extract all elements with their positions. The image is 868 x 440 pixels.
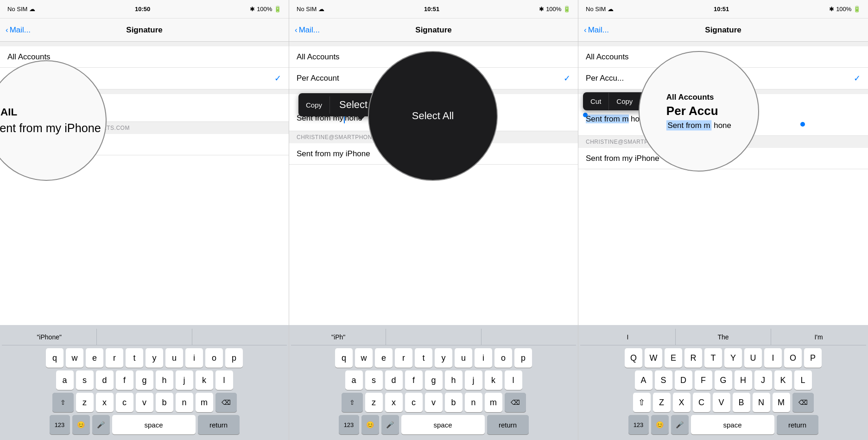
key-L-3[interactable]: L xyxy=(794,370,812,390)
ctx-cut-btn-3[interactable]: Cut xyxy=(583,93,609,110)
key-z-1[interactable]: z xyxy=(76,393,94,412)
key-z-2[interactable]: z xyxy=(365,393,383,412)
key-t-1[interactable]: t xyxy=(126,348,143,368)
ctx-copy-btn-2[interactable]: Copy xyxy=(298,96,330,114)
key-S-3[interactable]: S xyxy=(655,370,672,390)
key-q-2[interactable]: q xyxy=(335,348,353,368)
key-q-1[interactable]: q xyxy=(46,348,63,368)
key-shift-2[interactable]: ⇧ xyxy=(342,393,363,412)
key-mic-1[interactable]: 🎤 xyxy=(92,415,110,434)
key-x-2[interactable]: x xyxy=(385,393,403,412)
key-123-3[interactable]: 123 xyxy=(628,415,649,434)
key-n-1[interactable]: n xyxy=(176,393,193,412)
key-s-2[interactable]: s xyxy=(365,370,383,390)
key-c-2[interactable]: c xyxy=(405,393,423,412)
key-m-1[interactable]: m xyxy=(196,393,213,412)
key-p-1[interactable]: p xyxy=(225,348,243,368)
key-g-2[interactable]: g xyxy=(425,370,443,390)
key-J-3[interactable]: J xyxy=(754,370,772,390)
suggestion-2a[interactable]: "iPh" xyxy=(291,329,386,345)
key-v-2[interactable]: v xyxy=(425,393,443,412)
key-e-1[interactable]: e xyxy=(86,348,103,368)
key-W-3[interactable]: W xyxy=(645,348,662,368)
key-i-1[interactable]: i xyxy=(185,348,203,368)
suggestion-3c[interactable]: I'm xyxy=(771,329,866,345)
key-Z-3[interactable]: Z xyxy=(653,393,671,412)
key-Q-3[interactable]: Q xyxy=(625,348,642,368)
key-mic-2[interactable]: 🎤 xyxy=(381,415,399,434)
key-k-1[interactable]: k xyxy=(196,370,213,390)
back-button-1[interactable]: ‹ Mail... xyxy=(6,26,31,35)
key-F-3[interactable]: F xyxy=(695,370,712,390)
key-w-1[interactable]: w xyxy=(66,348,83,368)
key-H-3[interactable]: H xyxy=(735,370,752,390)
suggestion-2c[interactable] xyxy=(482,329,576,345)
key-K-3[interactable]: K xyxy=(774,370,792,390)
key-t-2[interactable]: t xyxy=(415,348,432,368)
key-n-2[interactable]: n xyxy=(465,393,482,412)
key-o-2[interactable]: o xyxy=(494,348,512,368)
key-space-1[interactable]: space xyxy=(112,415,196,434)
key-u-1[interactable]: u xyxy=(165,348,183,368)
suggestion-1c[interactable] xyxy=(192,329,287,345)
key-i-2[interactable]: i xyxy=(475,348,492,368)
key-Y-3[interactable]: Y xyxy=(724,348,742,368)
key-a-2[interactable]: a xyxy=(345,370,363,390)
key-G-3[interactable]: G xyxy=(715,370,732,390)
key-return-3[interactable]: return xyxy=(777,415,818,434)
key-T-3[interactable]: T xyxy=(704,348,722,368)
key-E-3[interactable]: E xyxy=(665,348,682,368)
key-x-1[interactable]: x xyxy=(96,393,114,412)
key-o-1[interactable]: o xyxy=(205,348,223,368)
key-j-2[interactable]: j xyxy=(465,370,482,390)
key-delete-2[interactable]: ⌫ xyxy=(505,393,526,412)
suggestion-2b[interactable] xyxy=(386,329,481,345)
key-h-1[interactable]: h xyxy=(156,370,173,390)
key-O-3[interactable]: O xyxy=(784,348,802,368)
key-w-2[interactable]: w xyxy=(355,348,373,368)
key-r-2[interactable]: r xyxy=(395,348,412,368)
key-I-3[interactable]: I xyxy=(764,348,782,368)
key-b-1[interactable]: b xyxy=(156,393,173,412)
key-g-1[interactable]: g xyxy=(136,370,153,390)
key-123-1[interactable]: 123 xyxy=(50,415,70,434)
key-M-3[interactable]: M xyxy=(773,393,790,412)
key-d-2[interactable]: d xyxy=(385,370,403,390)
key-shift-3[interactable]: ⇧ xyxy=(633,393,651,412)
key-R-3[interactable]: R xyxy=(684,348,702,368)
key-return-2[interactable]: return xyxy=(487,415,529,434)
key-N-3[interactable]: N xyxy=(753,393,770,412)
key-d-1[interactable]: d xyxy=(96,370,114,390)
key-f-2[interactable]: f xyxy=(405,370,423,390)
key-P-3[interactable]: P xyxy=(804,348,822,368)
key-y-1[interactable]: y xyxy=(146,348,163,368)
key-v-1[interactable]: v xyxy=(136,393,153,412)
key-h-2[interactable]: h xyxy=(445,370,463,390)
key-V-3[interactable]: V xyxy=(713,393,730,412)
key-k-2[interactable]: k xyxy=(485,370,502,390)
key-shift-1[interactable]: ⇧ xyxy=(52,393,74,412)
key-B-3[interactable]: B xyxy=(733,393,750,412)
key-U-3[interactable]: U xyxy=(744,348,762,368)
key-c-1[interactable]: c xyxy=(116,393,133,412)
key-A-3[interactable]: A xyxy=(635,370,653,390)
key-p-2[interactable]: p xyxy=(514,348,532,368)
key-s-1[interactable]: s xyxy=(76,370,94,390)
key-m-2[interactable]: m xyxy=(485,393,502,412)
key-r-1[interactable]: r xyxy=(106,348,123,368)
key-123-2[interactable]: 123 xyxy=(339,415,359,434)
key-space-3[interactable]: space xyxy=(691,415,774,434)
key-l-1[interactable]: l xyxy=(215,370,233,390)
key-space-2[interactable]: space xyxy=(401,415,485,434)
suggestion-3a[interactable]: I xyxy=(580,329,676,345)
back-button-2[interactable]: ‹ Mail... xyxy=(295,26,320,35)
suggestion-1b[interactable] xyxy=(97,329,192,345)
key-a-1[interactable]: a xyxy=(56,370,74,390)
key-j-1[interactable]: j xyxy=(176,370,193,390)
key-e-2[interactable]: e xyxy=(375,348,393,368)
key-X-3[interactable]: X xyxy=(673,393,691,412)
key-l-2[interactable]: l xyxy=(505,370,522,390)
back-button-3[interactable]: ‹ Mail... xyxy=(584,26,609,35)
key-return-1[interactable]: return xyxy=(198,415,240,434)
key-f-1[interactable]: f xyxy=(116,370,133,390)
